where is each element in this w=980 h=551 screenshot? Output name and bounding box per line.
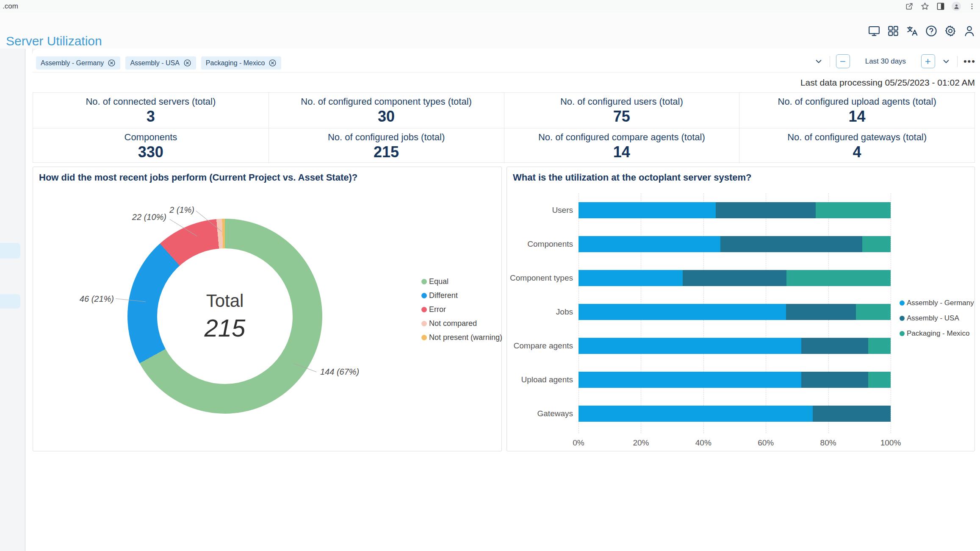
donut-center: Total 215 (157, 248, 293, 384)
bar-segment[interactable] (579, 202, 716, 218)
stat-value: 14 (613, 143, 630, 161)
x-axis-tick-label: 20% (628, 438, 653, 448)
gridline (891, 193, 891, 433)
stat-label: No. of configured jobs (total) (328, 132, 445, 143)
donut-total-value: 215 (205, 314, 246, 342)
bar-category-label: Gateways (507, 409, 573, 418)
bar-segment[interactable] (801, 372, 868, 388)
bar-segment[interactable] (579, 372, 801, 388)
bar-category-label: Upload agents (507, 376, 573, 384)
menu-kebab-icon[interactable] (967, 2, 977, 11)
divider (957, 56, 958, 67)
donut-legend-item[interactable]: Not present (warning) (421, 332, 502, 343)
bar-segment[interactable] (868, 338, 891, 354)
bar-segment[interactable] (716, 202, 816, 218)
bar-category-label: Component types (507, 274, 573, 282)
legend-dot-icon (421, 279, 427, 284)
x-axis-tick-label: 100% (878, 438, 903, 448)
legend-label: Packaging - Mexico (907, 329, 969, 338)
bar-category-label: Compare agents (507, 342, 573, 350)
slice-annotation: 46 (21%) (67, 294, 114, 304)
chip-remove-icon[interactable] (183, 59, 191, 67)
chip-remove-icon[interactable] (269, 59, 277, 67)
bar-row (579, 304, 891, 320)
legend-dot-icon (421, 335, 427, 340)
filter-chip-label: Assembly - Germany (41, 59, 104, 67)
bar-category-label: Components (507, 240, 573, 248)
bar-segment[interactable] (786, 304, 856, 320)
slice-annotation: 144 (67%) (320, 367, 359, 377)
monitor-icon[interactable] (867, 24, 881, 38)
stat-cell: No. of configured jobs (total)215 (269, 128, 504, 163)
donut-legend-item[interactable]: Error (421, 304, 502, 315)
user-icon[interactable] (963, 24, 976, 38)
collapsed-sidebar-strip (25, 49, 33, 551)
chevron-down-icon[interactable] (814, 56, 824, 67)
donut-legend: EqualDifferentErrorNot comparedNot prese… (421, 276, 502, 343)
bar-segment[interactable] (579, 406, 813, 422)
slice-annotation: 22 (10%) (120, 212, 166, 222)
server-utilization-card: What is the utilization at the octoplant… (507, 167, 975, 451)
bar-segment[interactable] (683, 270, 787, 286)
stat-cell: No. of configured compare agents (total)… (504, 128, 739, 163)
divider (830, 56, 830, 67)
donut-legend-item[interactable]: Not compared (421, 318, 502, 329)
bookmark-star-icon[interactable] (920, 2, 930, 11)
translate-icon[interactable] (905, 24, 919, 38)
bar-legend-item[interactable]: Assembly - USA (900, 313, 974, 323)
bar-row (579, 406, 891, 422)
bar-segment[interactable] (862, 236, 891, 252)
stat-value: 3 (147, 108, 155, 125)
donut-total-label: Total (206, 291, 244, 311)
filter-chip[interactable]: Assembly - USA (125, 56, 196, 70)
stat-value: 75 (613, 108, 630, 125)
jobs-performance-card: How did the most recent jobs perform (Cu… (33, 167, 502, 451)
more-options-icon[interactable]: ••• (963, 59, 976, 64)
stat-label: No. of configured gateways (total) (787, 132, 927, 143)
help-icon[interactable] (925, 24, 938, 38)
sidebar-highlight[interactable] (0, 243, 20, 259)
stat-label: No. of configured compare agents (total) (538, 132, 705, 143)
bar-segment[interactable] (801, 338, 868, 354)
legend-label: Not present (warning) (429, 333, 502, 342)
bar-segment[interactable] (816, 202, 891, 218)
bar-row (579, 270, 891, 286)
stat-cell: No. of configured users (total)75 (504, 93, 739, 128)
x-axis-tick-label: 0% (566, 438, 591, 448)
zoom-out-button[interactable] (836, 54, 850, 68)
browser-tab-url[interactable]: .com (0, 2, 18, 11)
stat-label: No. of configured upload agents (total) (778, 96, 936, 107)
bar-legend-item[interactable]: Packaging - Mexico (900, 328, 974, 339)
bar-row (579, 236, 891, 252)
bar-segment[interactable] (856, 304, 891, 320)
stat-cell: No. of configured gateways (total)4 (739, 128, 974, 163)
legend-label: Assembly - Germany (907, 299, 974, 307)
bar-legend-item[interactable]: Assembly - Germany (900, 298, 974, 308)
bar-segment[interactable] (579, 236, 720, 252)
chip-remove-icon[interactable] (108, 59, 116, 67)
legend-dot-icon (421, 307, 427, 312)
zoom-in-button[interactable] (921, 54, 935, 68)
time-range-label[interactable]: Last 30 days (856, 57, 915, 66)
donut-legend-item[interactable]: Equal (421, 276, 502, 287)
filter-chip[interactable]: Assembly - Germany (36, 56, 120, 70)
chevron-down-icon[interactable] (941, 56, 951, 67)
side-panel-icon[interactable] (936, 2, 945, 11)
donut-legend-item[interactable]: Different (421, 290, 502, 301)
bar-segment[interactable] (786, 270, 891, 286)
work-area: Assembly - Germany Assembly - USA Packag… (0, 49, 980, 551)
profile-avatar[interactable] (952, 2, 961, 11)
settings-gear-icon[interactable] (944, 24, 957, 38)
stat-cell: No. of configured upload agents (total)1… (739, 93, 974, 128)
sidebar-highlight[interactable] (0, 294, 20, 309)
filter-chip[interactable]: Packaging - Mexico (201, 56, 282, 70)
bar-segment[interactable] (579, 338, 801, 354)
bar-segment[interactable] (868, 372, 891, 388)
bar-segment[interactable] (579, 304, 786, 320)
bar-segment[interactable] (813, 406, 891, 422)
bar-row (579, 202, 891, 218)
apps-grid-icon[interactable] (886, 24, 900, 38)
bar-segment[interactable] (579, 270, 683, 286)
share-icon[interactable] (905, 2, 914, 11)
bar-segment[interactable] (720, 236, 862, 252)
